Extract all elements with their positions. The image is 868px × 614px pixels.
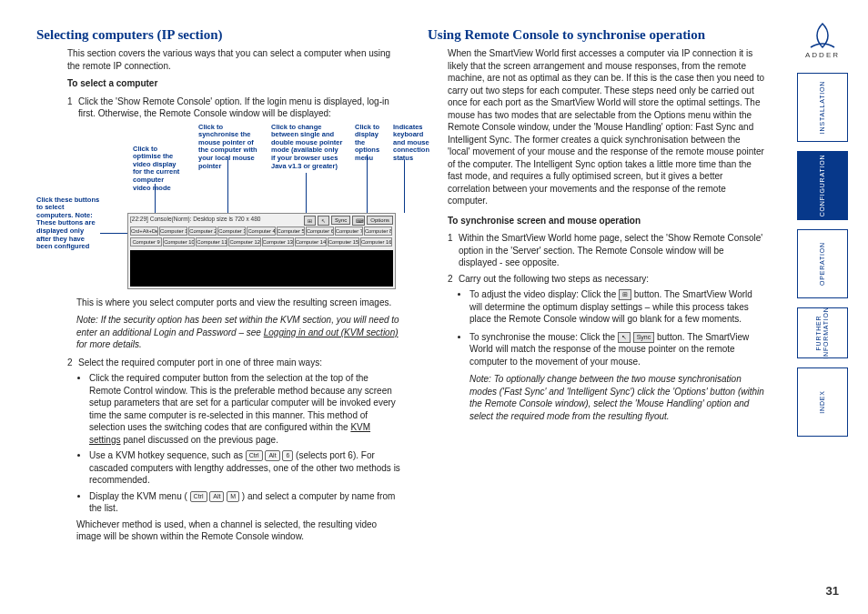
ss-computer-button[interactable]: Computer 10: [163, 237, 195, 247]
left-step2: 2Select the required computer port in on…: [67, 357, 400, 369]
b2-prefix: Use a KVM hotkey sequence, such as: [89, 450, 246, 460]
key-alt: Alt: [209, 491, 224, 502]
left-step1-text: Click the 'Show Remote Console' option. …: [78, 96, 389, 119]
auto-adjust-icon: ⊞: [619, 289, 631, 300]
ss-sync-button[interactable]: Sync: [331, 216, 350, 225]
right-heading: Using Remote Console to synchronise oper…: [428, 27, 764, 43]
left-step2-text: Select the required computer port in one…: [78, 357, 322, 367]
left-note: Note: If the security option has been se…: [76, 314, 400, 351]
ss-auto-icon[interactable]: ⊞: [304, 216, 316, 226]
ss-computer-button[interactable]: Computer 16: [360, 237, 392, 247]
ss-computer-button[interactable]: Computer 1: [159, 226, 187, 236]
tab-installation[interactable]: INSTALLATION: [797, 73, 848, 142]
ss-computer-button[interactable]: Computer 11: [196, 237, 227, 247]
tab-configuration[interactable]: CONFIGURATION: [797, 151, 848, 220]
ss-computer-button[interactable]: Computer 12: [228, 237, 260, 247]
cursor-icon: ↖: [618, 332, 631, 343]
left-closing: Whichever method is used, when a channel…: [76, 518, 400, 543]
ss-computer-button[interactable]: Computer 15: [328, 237, 359, 247]
left-bullet-1: Click the required computer button from …: [89, 372, 400, 446]
tab-label: FURTHER INFORMATION: [815, 307, 831, 358]
left-intro: This section covers the various ways tha…: [67, 47, 400, 72]
left-bullet-2: Use a KVM hotkey sequence, such as Ctrl …: [89, 449, 400, 487]
link-logging-in-out[interactable]: Logging in and out (KVM section): [264, 327, 399, 337]
ss-viewport: [130, 250, 393, 287]
ss-cursor-icon[interactable]: ↖: [318, 216, 329, 226]
tab-label: INDEX: [819, 390, 826, 413]
callout-buttons: Click these buttons to select computers.…: [36, 196, 100, 251]
ss-computer-button[interactable]: Computer 14: [295, 237, 327, 247]
key-ctrl: Ctrl: [190, 491, 207, 502]
callout-optimise: Click to optimise the video display for …: [133, 146, 180, 193]
ss-options-button[interactable]: Options: [367, 216, 393, 225]
tab-label-line2: INFORMATION: [823, 307, 829, 358]
ss-computer-button[interactable]: Computer 2: [188, 226, 217, 236]
left-bullet-3: Display the KVM menu ( Ctrl Alt M ) and …: [89, 490, 400, 515]
ss-computer-button[interactable]: Computer 3: [217, 226, 246, 236]
tab-label-line1: FURTHER: [815, 316, 822, 351]
ss-computer-button[interactable]: Computer 9: [130, 237, 162, 247]
key-m: M: [227, 491, 239, 502]
sidebar-tabs: INSTALLATION CONFIGURATION OPERATION FUR…: [797, 73, 848, 446]
b1-suffix: panel discussed on the previous page.: [120, 435, 278, 445]
ss-computer-button[interactable]: Crd+Alt+Delete: [130, 226, 158, 236]
tab-further-info[interactable]: FURTHER INFORMATION: [797, 307, 848, 358]
right-bullet-2: To synchronise the mouse: Click the ↖ Sy…: [469, 331, 764, 423]
sync-button-inline: Sync: [633, 332, 655, 343]
rb1-prefix: To adjust the video display: Click the: [469, 289, 619, 299]
rb2-prefix: To synchronise the mouse: Click the: [469, 332, 618, 342]
right-note: Note: To optionally change between the t…: [469, 373, 764, 422]
tab-index[interactable]: INDEX: [797, 367, 848, 437]
right-subhead: To synchronise screen and mouse operatio…: [448, 215, 764, 227]
ss-computer-button[interactable]: Computer 7: [335, 226, 363, 236]
callout-options: Click to display the options menu: [355, 124, 382, 163]
callout-sync: Click to synchronise the mouse pointer o…: [198, 124, 260, 171]
page-number: 31: [826, 584, 839, 598]
callout-status: Indicates keyboard and mouse connection …: [393, 124, 431, 163]
right-intro: When the SmartView World first accesses …: [448, 47, 764, 207]
adder-logo-icon: [805, 22, 840, 49]
right-step1-text: Within the SmartView World home page, se…: [459, 233, 762, 267]
tab-label: INSTALLATION: [819, 81, 826, 134]
callout-mode: Click to change between single and doubl…: [271, 124, 344, 171]
right-bullet-1: To adjust the video display: Click the ⊞…: [469, 288, 764, 326]
adder-logo: ADDER: [797, 22, 848, 59]
right-step2: 2Carry out the following two steps as ne…: [448, 273, 764, 286]
key-alt: Alt: [265, 450, 279, 461]
ss-status-text: [22:29] Console(Norm): Desktop size is 7…: [130, 216, 260, 222]
tab-operation[interactable]: OPERATION: [797, 229, 848, 298]
ss-computer-button[interactable]: Computer 6: [306, 226, 334, 236]
b3-prefix: Display the KVM menu (: [89, 491, 187, 501]
remote-console-screenshot: [22:29] Console(Norm): Desktop size is 7…: [127, 213, 396, 289]
key-6: 6: [282, 450, 293, 461]
note-suffix: for more details.: [76, 339, 142, 349]
ss-computer-button[interactable]: Computer 4: [247, 226, 275, 236]
tab-label: OPERATION: [819, 242, 826, 286]
left-subhead-select: To select a computer: [67, 77, 400, 90]
tab-label: CONFIGURATION: [819, 155, 826, 217]
left-step1: 1Click the 'Show Remote Console' option.…: [67, 96, 400, 120]
key-ctrl: Ctrl: [246, 450, 263, 461]
left-heading: Selecting computers (IP section): [36, 27, 400, 43]
logo-text: ADDER: [805, 51, 840, 59]
screenshot-area: Click to optimise the video display for …: [36, 124, 400, 297]
ss-computer-button[interactable]: Computer 8: [364, 226, 392, 236]
ss-computer-button[interactable]: Computer 5: [277, 226, 305, 236]
right-step2-text: Carry out the following two steps as nec…: [459, 274, 649, 284]
left-after-ss: This is where you select computer ports …: [76, 297, 400, 309]
ss-kbd-icon: ⌨: [352, 216, 365, 226]
right-step1: 1Within the SmartView World home page, s…: [448, 232, 764, 269]
ss-computer-button[interactable]: Computer 13: [262, 237, 294, 247]
